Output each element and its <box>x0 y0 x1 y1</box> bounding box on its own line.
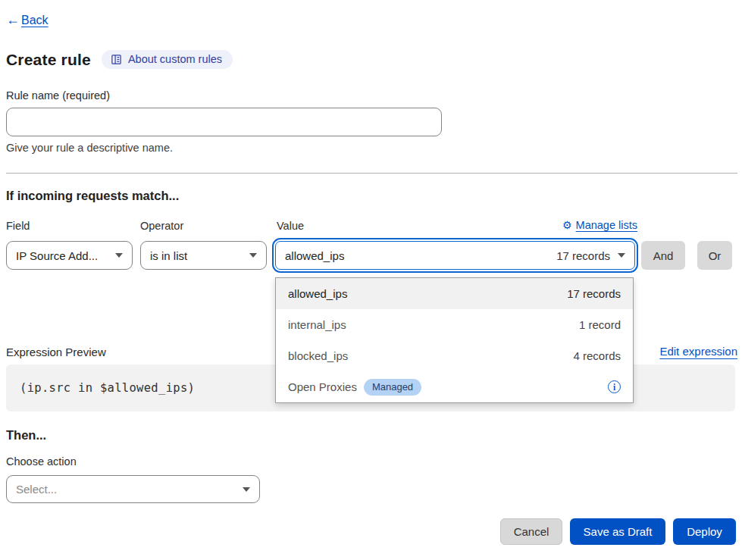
value-select-value: allowed_ips <box>285 249 344 262</box>
field-select[interactable]: IP Source Add... <box>6 241 133 270</box>
option-name: Open Proxies <box>288 380 357 393</box>
option-name: allowed_ips <box>288 287 347 300</box>
manage-lists-label: Manage lists <box>576 219 637 231</box>
value-select-records: 17 records <box>556 249 610 262</box>
back-arrow-icon: ← <box>6 12 20 28</box>
dropdown-option-blocked-ips[interactable]: blocked_ips 4 records <box>276 340 633 371</box>
action-select[interactable]: Select... <box>6 475 260 503</box>
value-dropdown-panel: allowed_ips 17 records internal_ips 1 re… <box>275 277 634 403</box>
operator-select-value: is in list <box>150 249 187 262</box>
rule-name-helper-text: Give your rule a descriptive name. <box>6 142 173 154</box>
option-name: blocked_ips <box>288 349 348 362</box>
about-badge-label: About custom rules <box>128 53 222 65</box>
back-label: Back <box>21 14 49 27</box>
rule-name-input[interactable] <box>6 108 442 136</box>
option-name: internal_ips <box>288 318 346 331</box>
save-as-draft-button[interactable]: Save as Draft <box>570 518 665 545</box>
create-rule-page: ← Back Create rule About custom rules Ru… <box>0 0 742 560</box>
managed-badge: Managed <box>364 379 421 396</box>
title-row: Create rule About custom rules <box>6 50 233 69</box>
dropdown-option-open-proxies[interactable]: Open Proxies Managed i <box>276 371 633 402</box>
gear-icon: ⚙ <box>562 219 572 231</box>
deploy-button[interactable]: Deploy <box>673 518 736 545</box>
or-button[interactable]: Or <box>697 241 732 270</box>
chevron-down-icon <box>249 253 257 258</box>
option-records: 17 records <box>567 287 621 300</box>
dropdown-option-internal-ips[interactable]: internal_ips 1 record <box>276 309 633 340</box>
match-section-heading: If incoming requests match... <box>6 189 179 203</box>
chevron-down-icon <box>243 487 250 492</box>
book-icon <box>111 54 122 65</box>
about-custom-rules-link[interactable]: About custom rules <box>102 50 233 69</box>
operator-label: Operator <box>140 220 183 232</box>
option-records: 4 records <box>573 349 621 362</box>
value-select-focus-ring: allowed_ips 17 records <box>272 238 638 273</box>
dropdown-option-allowed-ips[interactable]: allowed_ips 17 records <box>276 278 633 309</box>
back-link[interactable]: ← Back <box>6 12 49 28</box>
expression-preview-label: Expression Preview <box>6 346 106 358</box>
chevron-down-icon <box>115 253 123 258</box>
value-select[interactable]: allowed_ips 17 records <box>275 241 635 270</box>
operator-select[interactable]: is in list <box>140 241 267 270</box>
then-section-heading: Then... <box>6 428 46 443</box>
info-icon[interactable]: i <box>608 380 621 393</box>
edit-expression-link[interactable]: Edit expression <box>659 345 737 358</box>
value-label: Value <box>277 220 304 232</box>
cancel-button[interactable]: Cancel <box>500 518 562 545</box>
expression-code: (ip.src in $allowed_ips) <box>20 381 195 395</box>
manage-lists-link[interactable]: ⚙ Manage lists <box>562 219 637 231</box>
action-select-placeholder: Select... <box>16 483 57 496</box>
section-divider <box>6 173 737 174</box>
page-title: Create rule <box>6 51 91 69</box>
option-records: 1 record <box>579 318 621 331</box>
rule-name-label: Rule name (required) <box>6 89 110 102</box>
and-button[interactable]: And <box>641 241 685 270</box>
field-select-value: IP Source Add... <box>16 249 98 262</box>
chevron-down-icon <box>618 253 625 258</box>
choose-action-label: Choose action <box>6 455 77 468</box>
field-label: Field <box>6 220 30 232</box>
